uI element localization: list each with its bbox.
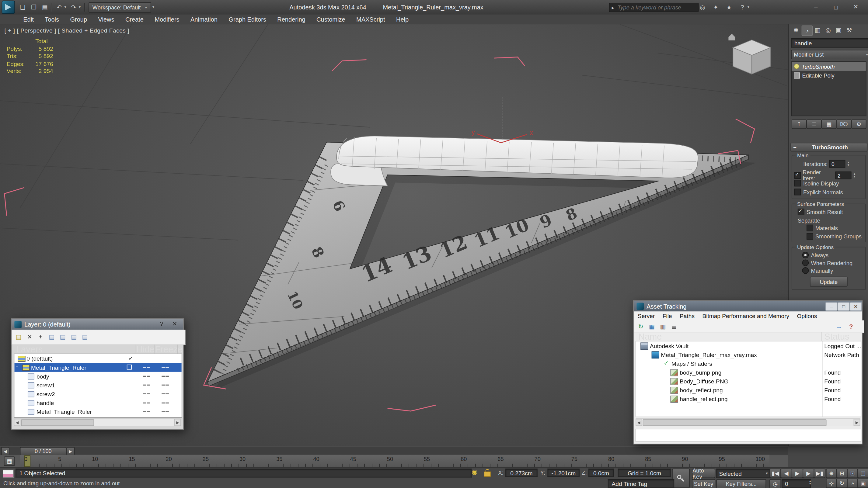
remove-modifier-button[interactable]: ⌦ [836,120,851,129]
layer-object-row[interactable]: screw1 ▬▬ ▬▬ [14,381,181,389]
infocenter-search-icon[interactable]: ◎ [698,2,708,12]
viewcube-home-icon[interactable] [728,34,735,40]
show-end-result-button[interactable]: ≣ [807,120,822,129]
menu-animation[interactable]: Animation [185,16,223,23]
key-filters-button[interactable]: Key Filters... [716,479,766,488]
selection-lock-icon[interactable] [484,471,491,477]
smoothing-groups-checkbox[interactable] [807,233,813,239]
set-keys-button[interactable] [672,468,690,488]
infocenter-search-box[interactable]: ▸ [609,3,699,12]
rollout-collapse-icon[interactable]: − [793,144,797,150]
modifier-list-dropdown[interactable]: Modifier List ▾ [791,50,868,59]
layer-object-row[interactable]: Metal_Triangle_Ruler ▬▬ ▬▬ [14,407,181,416]
play-button[interactable]: ▶ [792,468,803,478]
undo-button[interactable]: ↶ [54,2,64,12]
search-input[interactable] [616,4,683,11]
tab-utilities[interactable]: ⚒ [844,26,854,35]
render-iters-spinner[interactable]: ▴▾ [854,173,855,178]
menu-paths[interactable]: Paths [676,313,698,319]
undo-dropdown-icon[interactable]: ▾ [63,2,67,12]
y-coordinate-field[interactable]: -1.201cm [547,468,580,477]
tab-display[interactable]: ▣ [834,26,844,35]
layer-dialog-titlebar[interactable]: Layer: 0 (default) ? ✕ [11,319,183,330]
configure-modifier-sets-button[interactable]: ⚙ [851,120,866,129]
menu-tools[interactable]: Tools [39,16,64,23]
iterations-field[interactable]: 0 [829,160,845,167]
explicit-normals-checkbox[interactable] [794,189,801,196]
isolate-selection-icon[interactable]: ◉ [472,468,477,476]
column-freeze[interactable]: Freeze [155,345,178,355]
refresh-icon[interactable]: ↻ [636,322,646,330]
asset-row[interactable]: Body_Diffuse.PNG Found [636,377,861,386]
viewcube[interactable] [726,31,777,82]
tab-motion[interactable]: ◎ [823,26,833,35]
menu-bitmap-performance[interactable]: Bitmap Performance and Memory [699,313,793,319]
details-icon[interactable]: ≣ [669,322,679,330]
orbit-button[interactable]: ↻ [836,479,847,488]
layer-row-selected[interactable]: − Metal_Triangle_Ruler ▬▬ ▬▬ [14,363,181,372]
turbosmooth-rollout-header[interactable]: − TurboSmooth [790,142,867,152]
asset-row[interactable]: body_bump.png Found [636,368,861,377]
tab-create[interactable]: ✱ [791,26,801,35]
time-slider-prev-icon[interactable]: ◀ [1,447,9,455]
asset-row[interactable]: handle_reflect.png Found [636,394,861,403]
pin-stack-button[interactable]: ⊺ [792,120,807,129]
previous-frame-button[interactable]: ◀ [780,468,792,478]
scrollbar-thumb[interactable] [643,419,826,426]
smooth-result-checkbox[interactable] [798,208,804,215]
list-view-icon[interactable]: ▦ [647,322,656,330]
menu-modifiers[interactable]: Modifiers [149,16,185,23]
column-status[interactable]: Status [822,332,849,342]
redo-button[interactable]: ↷ [69,2,79,12]
frame-spinner[interactable]: ▴▾ [809,480,811,485]
close-button[interactable]: ✕ [850,302,862,311]
x-coordinate-field[interactable]: 0.273cm [505,468,537,477]
dialog-help-button[interactable]: ? [160,321,163,327]
add-selection-to-current-layer-icon[interactable]: ▤ [47,333,57,341]
z-coordinate-field[interactable]: 0.0cm [588,468,614,477]
track-bar[interactable]: ▦ 0510 152025 303540 455055 606570 75808… [0,455,788,467]
goto-start-button[interactable]: ▮◀ [769,468,781,478]
minimize-button[interactable]: – [826,302,838,311]
time-slider-next-icon[interactable]: ▶ [66,447,74,455]
layer-properties-icon[interactable]: ▤ [80,333,90,341]
update-button[interactable]: Update [810,277,848,287]
iterations-spinner[interactable]: ▴▾ [848,161,849,167]
time-configuration-button[interactable]: ◷ [769,479,781,488]
stack-item-turbosmooth[interactable]: TurboSmooth [792,62,866,71]
asset-row[interactable]: Autodesk Vault Logged Out ... [636,341,861,350]
current-frame-field[interactable]: 0 [782,479,811,488]
menu-create[interactable]: Create [120,16,149,23]
layer-object-row[interactable]: screw2 ▬▬ ▬▬ [14,389,181,398]
maximize-viewport-toggle[interactable]: ▣ [857,479,868,488]
menu-rendering[interactable]: Rendering [272,16,311,23]
workspace-dropdown[interactable]: Workspace: Default ▾ [89,2,151,13]
help-icon[interactable]: ? [738,2,747,12]
mini-curve-editor-button[interactable]: ▦ [4,456,15,466]
select-objects-in-layer-icon[interactable]: ▤ [58,333,67,341]
search-go-icon[interactable]: ▸ [612,5,614,10]
field-of-view-button[interactable]: ◔ [847,479,858,488]
tab-hierarchy[interactable]: ▥ [813,26,823,35]
menu-group[interactable]: Group [64,16,92,23]
tab-modify[interactable]: ◔ [802,26,813,36]
expander-icon[interactable]: − [16,364,19,369]
asset-row[interactable]: body_reflect.png Found [636,386,861,394]
asset-row[interactable]: Metal_Triangle_Ruler_max_vray.max Networ… [636,350,861,359]
info-icon[interactable]: ? [846,322,856,330]
menu-options[interactable]: Options [793,313,821,319]
menu-server[interactable]: Server [634,313,659,319]
communication-center-icon[interactable]: ✦ [711,2,721,12]
auto-key-button[interactable]: Auto Key [692,468,715,478]
update-always-radio[interactable] [802,252,809,258]
add-to-layer-icon[interactable]: + [36,333,45,341]
update-manually-radio[interactable] [802,267,809,274]
goto-end-button[interactable]: ▶▮ [814,468,826,478]
zoom-button[interactable]: ⊕ [826,468,837,478]
delete-layer-icon[interactable]: ✕ [25,333,34,341]
add-time-tag-field[interactable]: Add Time Tag [608,479,674,488]
columns-icon[interactable]: ▥ [658,322,668,330]
layer-object-row[interactable]: body ▬▬ ▬▬ [14,372,181,381]
save-file-button[interactable]: ▤ [40,2,50,12]
menu-maxscript[interactable]: MAXScript [351,16,391,23]
